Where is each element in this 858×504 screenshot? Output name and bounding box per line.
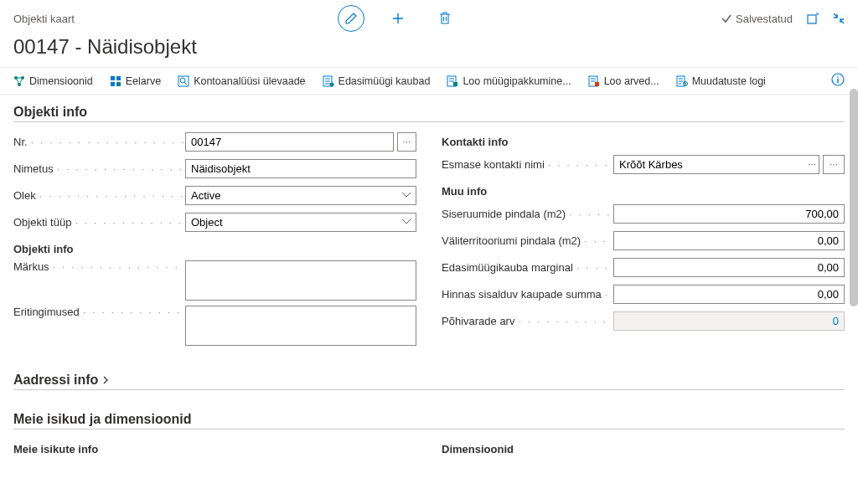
label-goods-in-price: Hinnas sisalduv kaupade summa [442,288,613,301]
label-type: Objekti tüüp [13,216,185,229]
label-name: Nimetus [13,162,185,175]
label-note: Märkus [13,260,185,273]
collapse-button[interactable] [833,13,845,24]
label-status: Olek [13,189,185,202]
new-button[interactable] [385,5,411,32]
collapse-icon [833,13,845,24]
chevron-right-icon [101,376,110,384]
input-indoor-area[interactable] [613,204,845,224]
section-address-info[interactable]: Aadressi info [13,368,845,390]
action-budget[interactable]: Eelarve [110,75,161,87]
budget-icon [110,75,121,87]
breadcrumb: Objekti kaart [13,13,75,25]
label-primary-contact: Esmase kontakti nimi [442,158,613,171]
label-fixed-assets: Põhivarade arv [442,315,613,327]
saved-status: Salvestatud [721,13,793,25]
svg-rect-4 [111,76,115,80]
log-icon [676,75,688,87]
sales-offer-icon [447,75,458,87]
svg-rect-6 [111,82,115,86]
svg-rect-15 [595,82,599,86]
input-nr[interactable] [185,132,394,152]
action-bar: Dimensioonid Eelarve Kontoanalüüsi üleva… [0,67,858,95]
subtitle-other-info: Muu info [442,180,845,203]
subtitle-dimensions: Dimensioonid [442,438,845,456]
inner-lookup-contact[interactable]: ··· [808,158,816,170]
analysis-icon [178,75,189,87]
action-create-sales-offer[interactable]: Loo müügipakkumine... [447,75,571,87]
action-change-log[interactable]: Muudatuste logi [676,75,766,87]
textarea-note[interactable] [185,260,416,301]
scrollbar[interactable] [850,89,858,306]
info-icon [831,73,845,86]
subtitle-object-info: Objekti info [13,238,416,260]
input-primary-contact[interactable] [613,155,819,174]
edit-button[interactable] [338,5,364,32]
share-button[interactable] [806,12,819,25]
goods-icon [323,75,334,87]
svg-rect-7 [116,82,121,86]
trash-icon [439,12,451,25]
section-object-info: Objekti info [13,100,845,122]
label-outdoor-area: Väliterritooriumi pindala (m2) [442,234,613,247]
delete-button[interactable] [432,5,458,32]
page-title: 00147 - Näidisobjekt [0,32,858,67]
plus-icon [391,12,405,25]
label-resale-margin: Edasimüügikauba marginal [442,261,613,274]
lookup-nr[interactable]: ··· [397,132,416,152]
input-outdoor-area[interactable] [613,231,845,250]
svg-rect-5 [116,76,121,80]
select-type[interactable]: Object [185,213,416,232]
svg-point-11 [329,82,333,86]
label-special: Eritingimused [13,306,185,318]
input-resale-margin[interactable] [613,258,845,277]
action-account-overview[interactable]: Kontoanalüüsi ülevaade [178,75,305,87]
section-people-dims: Meie isikud ja dimensioonid [13,407,845,429]
subtitle-contact-info: Kontakti info [442,131,845,153]
action-resale-goods[interactable]: Edasimüügi kaubad [323,75,431,87]
action-create-invoices[interactable]: Loo arved... [588,75,659,87]
input-goods-in-price[interactable] [613,285,845,304]
svg-rect-13 [453,82,457,86]
invoice-icon [588,75,600,87]
select-status[interactable]: Active [185,186,416,205]
info-button[interactable] [831,73,845,89]
pencil-icon [344,12,358,25]
label-nr: Nr. [13,136,185,148]
label-indoor-area: Siseruumide pindala (m2) [442,208,613,220]
check-icon [721,13,732,24]
input-fixed-assets [613,311,845,331]
svg-point-19 [837,76,839,78]
subtitle-people-info: Meie isikute info [13,438,416,456]
input-name[interactable] [185,159,416,178]
svg-rect-0 [808,15,816,23]
action-dimensions[interactable]: Dimensioonid [13,75,93,87]
lookup-primary-contact[interactable]: ··· [823,155,845,174]
dimensions-icon [13,75,25,87]
share-icon [806,12,819,25]
textarea-special[interactable] [185,306,416,346]
